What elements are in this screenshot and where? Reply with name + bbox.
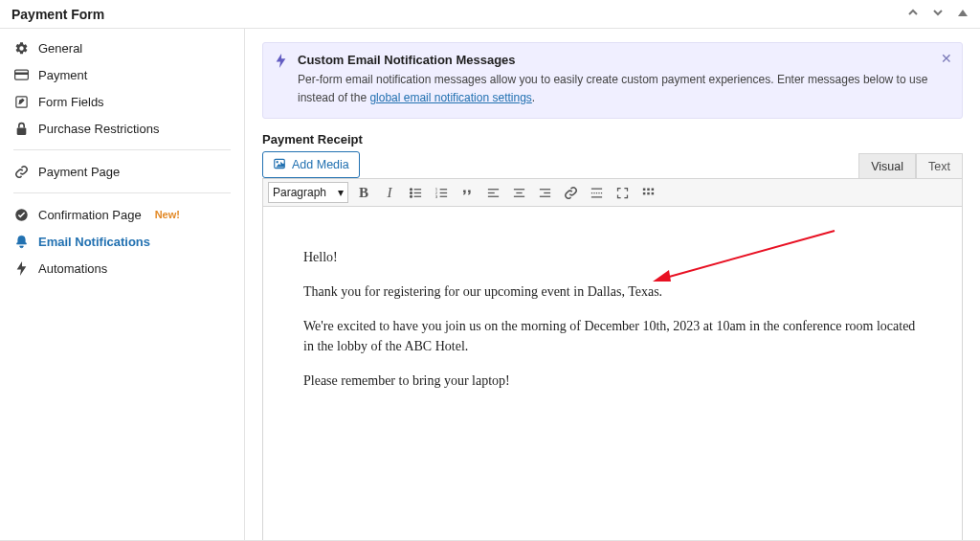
editor-paragraph: Thank you for registering for our upcomi… <box>303 282 922 303</box>
bullet-list-button[interactable] <box>405 182 426 203</box>
close-icon[interactable]: ✕ <box>941 51 952 66</box>
add-media-label: Add Media <box>292 158 349 171</box>
global-settings-link[interactable]: global email notification settings <box>369 91 531 104</box>
blockquote-button[interactable] <box>457 182 478 203</box>
sidebar-item-payment-page[interactable]: Payment Page <box>0 158 244 185</box>
bolt-icon <box>13 260 29 276</box>
svg-rect-34 <box>642 192 645 195</box>
check-circle-icon <box>13 207 29 222</box>
media-icon <box>273 157 286 173</box>
sidebar-item-email-notifications[interactable]: Email Notifications <box>0 228 244 255</box>
sidebar-item-general[interactable]: General <box>0 34 244 61</box>
svg-rect-33 <box>651 188 654 191</box>
main-content: ✕ Custom Email Notification Messages Per… <box>245 29 980 540</box>
editor-toolbar: Paragraph ▾ B I 123 <box>262 178 963 207</box>
tab-text[interactable]: Text <box>916 153 963 178</box>
bolt-icon <box>275 54 287 71</box>
editor-paragraph: Hello! <box>303 247 922 268</box>
collapse-up-icon[interactable] <box>907 7 919 21</box>
sidebar-separator <box>13 192 231 193</box>
sidebar: General Payment Form Fields Purchase Res… <box>0 29 245 540</box>
link-icon <box>13 164 29 179</box>
toolbar-toggle-button[interactable] <box>637 182 658 203</box>
card-icon <box>13 67 29 82</box>
read-more-button[interactable] <box>586 182 607 203</box>
gear-icon <box>13 40 29 56</box>
editor-mode-tabs: Visual Text <box>858 153 963 178</box>
svg-rect-1 <box>14 73 28 76</box>
editor-paragraph: Please remember to bring your laptop! <box>303 371 922 392</box>
sidebar-item-label: Payment Page <box>38 165 120 179</box>
sidebar-separator <box>13 149 231 150</box>
sidebar-item-label: Automations <box>38 261 107 276</box>
panel-title: Payment Form <box>11 7 104 22</box>
new-badge: New! <box>155 209 180 220</box>
tab-visual[interactable]: Visual <box>858 153 916 178</box>
chevron-down-icon: ▾ <box>338 186 344 199</box>
align-center-button[interactable] <box>508 182 529 203</box>
add-media-button[interactable]: Add Media <box>262 151 360 178</box>
sidebar-item-form-fields[interactable]: Form Fields <box>0 88 244 115</box>
svg-rect-36 <box>651 192 654 195</box>
svg-marker-38 <box>653 270 671 282</box>
italic-button[interactable]: I <box>379 182 400 203</box>
svg-point-7 <box>410 189 412 191</box>
sidebar-item-label: General <box>38 41 82 56</box>
sidebar-item-label: Payment <box>38 68 87 82</box>
svg-point-9 <box>410 192 412 193</box>
paragraph-format-select[interactable]: Paragraph ▾ <box>268 182 348 203</box>
sidebar-item-automations[interactable]: Automations <box>0 255 244 282</box>
link-button[interactable] <box>560 182 581 203</box>
paragraph-select-label: Paragraph <box>273 186 326 199</box>
svg-text:3: 3 <box>434 193 437 198</box>
svg-rect-32 <box>647 188 650 191</box>
sidebar-item-label: Email Notifications <box>38 235 150 249</box>
lock-icon <box>13 121 29 136</box>
svg-point-11 <box>410 195 412 197</box>
svg-rect-3 <box>16 127 26 135</box>
edit-form-icon <box>13 94 29 109</box>
notice-text: . <box>532 91 535 104</box>
collapse-down-icon[interactable] <box>932 7 944 21</box>
svg-point-5 <box>277 161 278 163</box>
svg-rect-35 <box>647 192 650 195</box>
notice-title: Custom Email Notification Messages <box>298 53 933 67</box>
align-right-button[interactable] <box>534 182 555 203</box>
svg-rect-31 <box>642 188 645 191</box>
editor-paragraph: We're excited to have you join us on the… <box>303 316 922 357</box>
sidebar-item-label: Form Fields <box>38 95 104 109</box>
align-left-button[interactable] <box>482 182 503 203</box>
fullscreen-button[interactable] <box>612 182 633 203</box>
notice-body: Per-form email notification messages all… <box>298 71 933 106</box>
editor-content[interactable]: Hello! Thank you for registering for our… <box>262 207 963 540</box>
info-notice: ✕ Custom Email Notification Messages Per… <box>262 42 963 119</box>
sidebar-item-label: Confirmation Page <box>38 208 142 222</box>
panel-header: Payment Form <box>0 0 980 29</box>
numbered-list-button[interactable]: 123 <box>431 182 452 203</box>
sidebar-item-confirmation-page[interactable]: Confirmation Page New! <box>0 201 244 228</box>
sidebar-item-payment[interactable]: Payment <box>0 61 244 88</box>
bold-button[interactable]: B <box>353 182 374 203</box>
sidebar-item-purchase-restrictions[interactable]: Purchase Restrictions <box>0 115 244 142</box>
panel-toggle-icon[interactable] <box>957 7 969 21</box>
bell-icon <box>13 234 29 249</box>
field-label: Payment Receipt <box>262 132 963 147</box>
sidebar-item-label: Purchase Restrictions <box>38 122 159 136</box>
